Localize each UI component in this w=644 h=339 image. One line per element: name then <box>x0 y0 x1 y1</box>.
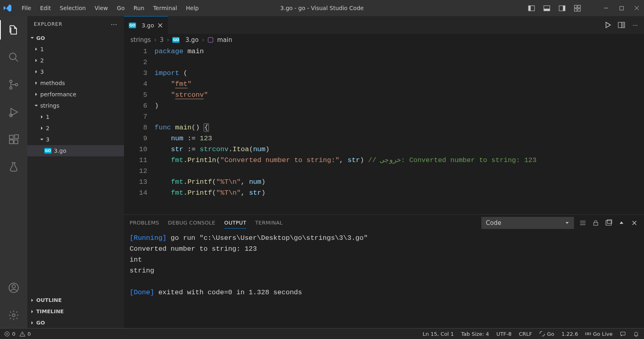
menu-run[interactable]: Run <box>130 3 149 13</box>
editor-tab[interactable]: GO 3.go <box>124 16 168 34</box>
folder-section-header[interactable]: GO <box>27 32 124 44</box>
tree-item-label: strings <box>40 102 59 109</box>
menu-selection[interactable]: Selection <box>56 3 90 13</box>
root-folder-label: GO <box>36 35 45 41</box>
sidebar-bottom-sections: OUTLINETIMELINEGO <box>27 294 124 328</box>
source-control-activity-icon[interactable] <box>4 75 23 94</box>
file-item[interactable]: GO3.go <box>27 145 124 156</box>
layout-panel-icon[interactable] <box>543 4 551 12</box>
output-open-icon[interactable] <box>605 219 613 227</box>
chevron-right-icon <box>33 91 39 98</box>
breadcrumb[interactable]: strings›3›GO3.go›main <box>124 34 644 46</box>
status-bell-icon[interactable] <box>633 331 639 337</box>
svg-point-30 <box>587 333 589 335</box>
folder-item[interactable]: 1 <box>27 44 124 55</box>
chevron-right-icon <box>29 320 35 326</box>
editor-area: GO 3.go ⋯ strings›3›GO3.go›main 12345678… <box>124 16 644 328</box>
explorer-activity-icon[interactable] <box>4 20 23 40</box>
tab-label: 3.go <box>142 22 154 29</box>
output-lock-icon[interactable] <box>592 219 600 227</box>
section-label: OUTLINE <box>36 297 62 303</box>
run-debug-activity-icon[interactable] <box>4 102 23 122</box>
section-timeline[interactable]: TIMELINE <box>27 306 124 317</box>
folder-item[interactable]: strings <box>27 100 124 111</box>
breadcrumb-item[interactable]: strings <box>130 36 151 44</box>
close-icon[interactable] <box>633 4 641 12</box>
panel-tab-terminal[interactable]: TERMINAL <box>255 217 283 229</box>
status-ln-col[interactable]: Ln 15, Col 1 <box>423 331 454 337</box>
layout-sidebar-left-icon[interactable] <box>527 4 535 12</box>
layout-sidebar-right-icon[interactable] <box>558 4 566 12</box>
sidebar: EXPLORER ⋯ GO 123methodsperformancestrin… <box>27 16 124 328</box>
status-errors[interactable]: 0 <box>4 331 15 337</box>
run-icon[interactable] <box>604 21 612 29</box>
folder-item[interactable]: 1 <box>27 111 124 123</box>
split-editor-icon[interactable] <box>617 21 625 29</box>
menu-file[interactable]: File <box>18 3 35 13</box>
code-content[interactable]: package main import ( "fmt" "strconv") f… <box>155 46 644 214</box>
vscode-logo-icon <box>3 3 13 13</box>
status-warnings-count: 0 <box>27 331 31 337</box>
customize-layout-icon[interactable] <box>573 4 581 12</box>
accounts-activity-icon[interactable] <box>4 278 23 297</box>
svg-rect-19 <box>14 135 18 138</box>
explorer-more-icon[interactable]: ⋯ <box>111 21 118 28</box>
go-file-icon: GO <box>44 148 52 154</box>
output-channel-value: Code <box>486 219 501 227</box>
panel-tab-debug-console[interactable]: DEBUG CONSOLE <box>168 217 215 229</box>
menu-edit[interactable]: Edit <box>36 3 55 13</box>
folder-item[interactable]: methods <box>27 77 124 89</box>
minimize-icon[interactable] <box>602 4 610 12</box>
folder-item[interactable]: 2 <box>27 123 124 134</box>
settings-activity-icon[interactable] <box>4 306 23 325</box>
folder-item[interactable]: 3 <box>27 134 124 145</box>
svg-rect-18 <box>14 140 18 144</box>
section-go[interactable]: GO <box>27 317 124 328</box>
status-language[interactable]: Go <box>539 331 554 337</box>
output-filter-icon[interactable] <box>579 219 587 227</box>
output-content[interactable]: [Running] go run "c:\Users\User\Desktop\… <box>124 231 644 328</box>
panel-tab-output[interactable]: OUTPUT <box>224 217 246 229</box>
testing-activity-icon[interactable] <box>4 157 23 177</box>
status-warnings[interactable]: 0 <box>19 331 31 337</box>
status-go-live[interactable]: Go Live <box>585 331 613 337</box>
output-channel-select[interactable]: Code <box>481 217 574 229</box>
search-activity-icon[interactable] <box>4 48 23 67</box>
menu-terminal[interactable]: Terminal <box>149 3 181 13</box>
status-eol[interactable]: CRLF <box>519 331 532 337</box>
breadcrumb-item[interactable]: 3 <box>160 36 164 44</box>
chevron-right-icon <box>29 297 35 304</box>
menu-view[interactable]: View <box>91 3 112 13</box>
panel-close-icon[interactable] <box>630 219 638 227</box>
folder-item[interactable]: 2 <box>27 55 124 66</box>
sidebar-header: EXPLORER ⋯ <box>27 16 124 32</box>
section-outline[interactable]: OUTLINE <box>27 294 124 306</box>
panel-maximize-icon[interactable] <box>617 219 625 227</box>
extensions-activity-icon[interactable] <box>4 130 23 149</box>
svg-rect-16 <box>10 135 13 139</box>
breadcrumb-item[interactable]: 3.go <box>185 36 198 44</box>
menu-help[interactable]: Help <box>182 3 203 13</box>
maximize-icon[interactable] <box>617 4 625 12</box>
breadcrumb-item[interactable]: main <box>217 36 232 44</box>
status-feedback-icon[interactable] <box>620 331 626 337</box>
menu-go[interactable]: Go <box>113 3 128 13</box>
svg-rect-26 <box>594 223 598 225</box>
more-actions-icon[interactable]: ⋯ <box>631 21 639 29</box>
section-label: TIMELINE <box>36 308 64 314</box>
status-version[interactable]: 1.22.6 <box>561 331 578 337</box>
panel-tab-problems[interactable]: PROBLEMS <box>130 217 159 229</box>
tree-item-label: 1 <box>40 46 44 52</box>
chevron-down-icon <box>33 102 39 109</box>
svg-rect-10 <box>619 6 623 10</box>
chevron-right-icon <box>33 57 39 64</box>
svg-rect-1 <box>528 6 530 11</box>
status-tab-size[interactable]: Tab Size: 4 <box>461 331 489 337</box>
status-go-live-label: Go Live <box>593 331 613 337</box>
status-encoding[interactable]: UTF-8 <box>496 331 512 337</box>
tab-close-icon[interactable] <box>157 23 163 28</box>
code-editor[interactable]: 1234567891011121314 package main import … <box>124 46 644 214</box>
folder-item[interactable]: performance <box>27 89 124 100</box>
folder-item[interactable]: 3 <box>27 66 124 77</box>
svg-rect-6 <box>574 5 577 8</box>
